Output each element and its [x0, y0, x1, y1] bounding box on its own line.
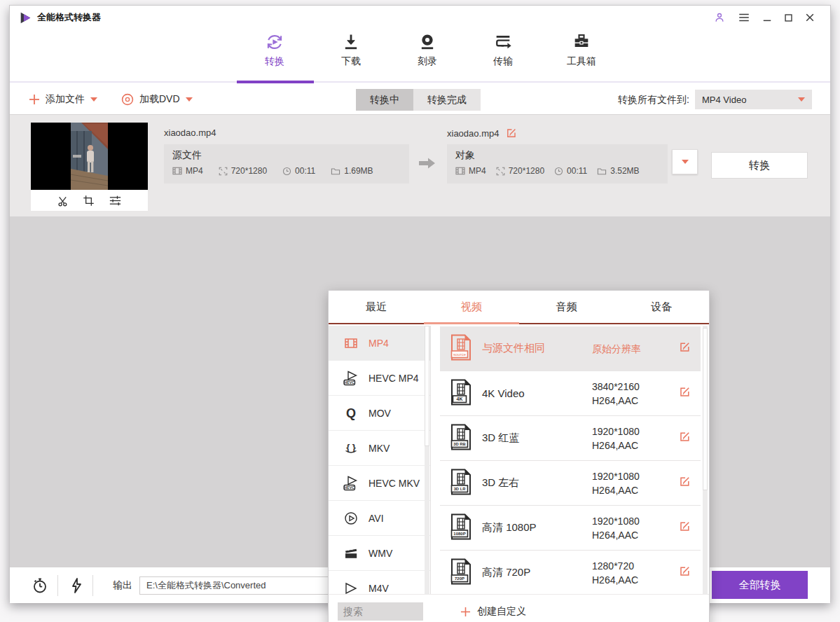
- schedule-timer-icon[interactable]: [32, 577, 48, 594]
- scrollbar-thumb[interactable]: [425, 326, 429, 446]
- target-filename-text: xiaodao.mp4: [447, 128, 499, 139]
- folder-icon: [331, 167, 340, 175]
- preset-codec: H264,AAC: [592, 438, 640, 452]
- svg-text:HEVC: HEVC: [344, 380, 354, 385]
- add-files-caret-icon: [90, 97, 97, 102]
- quicktime-q-icon: Q: [343, 406, 359, 420]
- format-item-mkv[interactable]: { } MKV: [329, 431, 430, 466]
- preset-resolution: 原始分辨率: [592, 342, 641, 356]
- source-filename-text: xiaodao.mp4: [164, 127, 216, 138]
- tab-converting[interactable]: 转换中: [356, 89, 413, 111]
- preset-item-720p[interactable]: 720P 高清 720P 1280*720 H264,AAC: [440, 551, 701, 595]
- svg-text:3D RB: 3D RB: [453, 442, 465, 446]
- preset-resolution: 1280*720: [592, 559, 638, 573]
- edit-preset-icon[interactable]: [679, 386, 691, 401]
- nav-underline: [10, 81, 830, 83]
- popup-tab-device[interactable]: 设备: [614, 291, 709, 323]
- minimize-icon[interactable]: [762, 13, 772, 22]
- app-window: 全能格式转换器: [9, 5, 831, 602]
- output-format-select[interactable]: MP4 Video: [695, 90, 812, 109]
- preset-codec: H264,AAC: [592, 483, 640, 497]
- format-item-hevc-mkv[interactable]: HEVC HEVC MKV: [329, 466, 430, 501]
- svg-text:720P: 720P: [455, 576, 464, 581]
- format-item-wmv[interactable]: WMV: [329, 536, 430, 571]
- format-item-avi[interactable]: AVI: [329, 501, 430, 536]
- toolbox-icon: [572, 32, 591, 52]
- adjust-sliders-icon[interactable]: [109, 195, 122, 207]
- resolution-icon: [219, 167, 228, 176]
- svg-text:Q: Q: [346, 406, 356, 420]
- plus-icon: [29, 94, 40, 105]
- popup-tab-recent[interactable]: 最近: [329, 291, 424, 323]
- video-thumbnail[interactable]: [31, 123, 148, 190]
- create-custom-button[interactable]: 创建自定义: [460, 605, 526, 618]
- convert-button[interactable]: 转换: [711, 152, 808, 179]
- edit-preset-icon[interactable]: [679, 431, 691, 445]
- source-resolution: 720*1280: [219, 166, 267, 176]
- tab-converted[interactable]: 转换完成: [413, 89, 481, 111]
- preset-item-3d-lr[interactable]: 3D LR 3D 左右 1920*1080 H264,AAC: [440, 461, 701, 506]
- high-speed-icon[interactable]: [69, 577, 84, 594]
- account-icon[interactable]: [713, 11, 726, 24]
- thumbnail-toolbar: [31, 190, 148, 211]
- format-item-mov[interactable]: Q MOV: [329, 396, 430, 431]
- clock-icon: [554, 167, 563, 176]
- source-filename: xiaodao.mp4: [164, 127, 216, 138]
- svg-text:HEVC: HEVC: [344, 485, 354, 490]
- preset-item-1080p[interactable]: 1080P 高清 1080P 1920*1080 H264,AAC: [440, 506, 701, 551]
- tab-toolbox[interactable]: 工具箱: [552, 32, 611, 68]
- target-format-dropdown-button[interactable]: [672, 149, 698, 174]
- output-label: 输出: [113, 579, 132, 592]
- format-item-m4v[interactable]: M4V: [329, 571, 430, 594]
- menu-icon[interactable]: [738, 12, 750, 23]
- format-list-scrollbar[interactable]: [425, 326, 429, 594]
- scrollbar-thumb[interactable]: [703, 328, 708, 490]
- popup-tab-video[interactable]: 视频: [424, 291, 519, 323]
- tab-burn[interactable]: 刻录: [398, 32, 457, 68]
- trim-scissors-icon[interactable]: [57, 195, 69, 207]
- source-duration: 00:11: [282, 166, 315, 176]
- target-resolution: 720*1280: [496, 166, 544, 176]
- rename-edit-icon[interactable]: [506, 127, 517, 139]
- preset-codec: H264,AAC: [592, 573, 638, 587]
- add-files-button[interactable]: 添加文件: [29, 83, 97, 115]
- app-title: 全能格式转换器: [37, 11, 101, 24]
- load-dvd-button[interactable]: 加载DVD: [121, 83, 193, 115]
- search-input[interactable]: [338, 602, 423, 621]
- format-item-mp4[interactable]: MP4: [329, 326, 430, 361]
- format-item-hevc-mp4[interactable]: HEVC HEVC MP4: [329, 361, 430, 396]
- tab-convert[interactable]: 转换: [245, 32, 304, 68]
- edit-preset-icon[interactable]: [679, 565, 691, 580]
- preset-item-4k[interactable]: 4K 4K Video 3840*2160 H264,AAC: [440, 371, 701, 416]
- titlebar: 全能格式转换器: [10, 6, 830, 29]
- tab-download-label: 下载: [322, 55, 380, 68]
- divider: [57, 575, 58, 596]
- preset-item-3d-rb[interactable]: 3D RB 3D 红蓝 1920*1080 H264,AAC: [440, 416, 701, 461]
- crop-icon[interactable]: [83, 195, 95, 207]
- preset-item-source[interactable]: source 与源文件相同 原始分辨率: [440, 326, 701, 371]
- convert-icon: [265, 32, 284, 52]
- app-logo-icon: [20, 12, 32, 24]
- mkv-braces-icon: { }: [343, 441, 359, 455]
- close-icon[interactable]: [805, 13, 815, 22]
- tab-burn-label: 刻录: [398, 55, 457, 68]
- tab-convert-label: 转换: [245, 55, 304, 68]
- edit-preset-icon[interactable]: [679, 520, 691, 535]
- svg-text:3D LR: 3D LR: [454, 487, 467, 491]
- edit-preset-icon[interactable]: [679, 341, 691, 356]
- source-file-icon: source: [449, 334, 473, 364]
- load-dvd-label: 加载DVD: [139, 93, 180, 106]
- tab-transfer-label: 传输: [474, 55, 532, 68]
- edit-preset-icon[interactable]: [679, 476, 691, 490]
- target-info-box: 对象 MP4: [447, 144, 668, 184]
- clock-icon: [282, 167, 291, 176]
- maximize-icon[interactable]: [784, 13, 793, 22]
- tab-download[interactable]: 下载: [322, 32, 380, 68]
- format-popup: 最近 视频 音频 设备 MP4: [328, 290, 710, 622]
- convert-all-button[interactable]: 全部转换: [712, 571, 808, 599]
- tab-transfer[interactable]: 传输: [474, 32, 532, 68]
- main-nav: 转换 下载 刻录 传输: [10, 29, 830, 83]
- popup-tab-audio[interactable]: 音频: [519, 291, 614, 323]
- svg-text:{ }: { }: [346, 441, 356, 452]
- preset-list-scrollbar[interactable]: [703, 326, 708, 596]
